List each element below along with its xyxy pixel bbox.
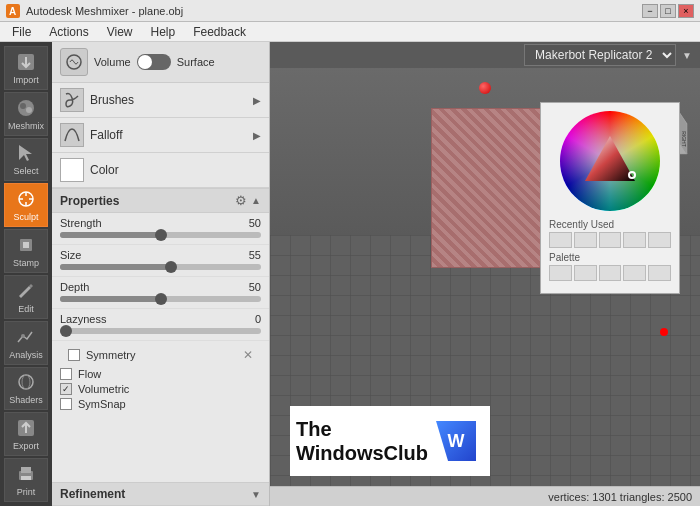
symsnap-label: SymSnap [78, 398, 126, 410]
refinement-header[interactable]: Refinement ▼ [52, 482, 269, 506]
strength-thumb[interactable] [155, 229, 167, 241]
tool-meshmix[interactable]: Meshmix [4, 92, 48, 136]
falloff-row[interactable]: Falloff ▶ [52, 118, 269, 153]
window-controls[interactable]: − □ × [642, 4, 694, 18]
menu-view[interactable]: View [99, 23, 141, 41]
volumetric-label: Volumetric [78, 383, 129, 395]
symsnap-row: SymSnap [60, 398, 261, 410]
color-swatch[interactable] [60, 158, 84, 182]
svg-point-5 [20, 103, 26, 109]
watermark-logo: W [436, 421, 476, 461]
tool-analysis-label: Analysis [9, 350, 43, 360]
recently-used-swatches [549, 232, 671, 248]
symmetry-checkbox[interactable] [68, 349, 80, 361]
tool-sculpt[interactable]: Sculpt [4, 183, 48, 227]
tool-import[interactable]: Import [4, 46, 48, 90]
tool-print-label: Print [17, 487, 36, 497]
svg-rect-21 [21, 476, 31, 480]
tool-select[interactable]: Select [4, 138, 48, 182]
depth-track[interactable] [60, 296, 261, 302]
menu-file[interactable]: File [4, 23, 39, 41]
status-text: vertices: 1301 triangles: 2500 [548, 491, 692, 503]
surface-label: Surface [177, 56, 215, 68]
menu-feedback[interactable]: Feedback [185, 23, 254, 41]
depth-thumb[interactable] [155, 293, 167, 305]
refinement-title: Refinement [60, 487, 247, 501]
main-layout: Import Meshmix Select Sculpt [0, 42, 700, 506]
symmetry-close-icon[interactable]: ✕ [243, 348, 253, 362]
volume-surface-toggle[interactable] [137, 54, 171, 70]
volume-label: Volume [94, 56, 131, 68]
chevron-up-icon[interactable]: ▲ [251, 195, 261, 206]
tool-meshmix-label: Meshmix [8, 121, 44, 131]
gear-icon[interactable]: ⚙ [235, 193, 247, 208]
palette-swatches [549, 265, 671, 281]
volume-icon [60, 48, 88, 76]
tool-export[interactable]: Export [4, 412, 48, 456]
falloff-icon [60, 123, 84, 147]
minimize-button[interactable]: − [642, 4, 658, 18]
window-title: Autodesk Meshmixer - plane.obj [26, 5, 183, 17]
flow-checkbox[interactable] [60, 368, 72, 380]
svg-point-6 [26, 107, 32, 113]
properties-header: Properties ⚙ ▲ [52, 188, 269, 213]
dropdown-icon: ▼ [682, 50, 692, 61]
brushes-row[interactable]: Brushes ▶ [52, 83, 269, 118]
size-thumb[interactable] [165, 261, 177, 273]
swatch-cell[interactable] [574, 232, 597, 248]
depth-slider-row: Depth 50 [52, 277, 269, 309]
size-track[interactable] [60, 264, 261, 270]
swatch-cell[interactable] [599, 232, 622, 248]
palette-swatch[interactable] [549, 265, 572, 281]
flow-row: Flow [60, 368, 261, 380]
watermark-text: The WindowsClub [296, 417, 428, 465]
machine-select[interactable]: Makerbot Replicator 2 [524, 44, 676, 66]
color-wheel-container [560, 111, 660, 211]
palette-label: Palette [549, 252, 671, 263]
tool-print[interactable]: Print [4, 458, 48, 502]
symsnap-checkbox[interactable] [60, 398, 72, 410]
strength-fill [60, 232, 161, 238]
tool-import-label: Import [13, 75, 39, 85]
size-slider-row: Size 55 [52, 245, 269, 277]
title-bar: A Autodesk Meshmixer - plane.obj − □ × [0, 0, 700, 22]
tool-sculpt-label: Sculpt [13, 212, 38, 222]
swatch-cell[interactable] [549, 232, 572, 248]
watermark-overlay: The WindowsClub W [290, 406, 490, 476]
tool-stamp[interactable]: Stamp [4, 229, 48, 273]
swatch-cell[interactable] [623, 232, 646, 248]
menu-actions[interactable]: Actions [41, 23, 96, 41]
tool-shaders-label: Shaders [9, 395, 43, 405]
svg-text:A: A [9, 6, 16, 17]
swatch-cell[interactable] [648, 232, 671, 248]
lazyness-thumb[interactable] [60, 325, 72, 337]
close-button[interactable]: × [678, 4, 694, 18]
palette-swatch[interactable] [648, 265, 671, 281]
watermark-line2: WindowsClub [296, 441, 428, 465]
strength-value: 50 [249, 217, 261, 229]
tool-edit[interactable]: Edit [4, 275, 48, 319]
refinement-chevron-icon[interactable]: ▼ [251, 489, 261, 500]
viewport-top-bar: Makerbot Replicator 2 ▼ [270, 42, 700, 68]
color-wheel[interactable] [560, 111, 660, 211]
color-label: Color [90, 163, 119, 177]
tool-analysis[interactable]: Analysis [4, 321, 48, 365]
maximize-button[interactable]: □ [660, 4, 676, 18]
tool-shaders[interactable]: Shaders [4, 367, 48, 411]
tool-export-label: Export [13, 441, 39, 451]
lazyness-track[interactable] [60, 328, 261, 334]
menu-help[interactable]: Help [143, 23, 184, 41]
color-crosshair[interactable] [628, 171, 636, 179]
volume-surface-row: Volume Surface [52, 42, 269, 83]
volumetric-checkbox[interactable]: ✓ [60, 383, 72, 395]
palette-swatch[interactable] [574, 265, 597, 281]
viewport[interactable]: Makerbot Replicator 2 ▼ [270, 42, 700, 506]
palette-swatch[interactable] [599, 265, 622, 281]
tool-select-label: Select [13, 166, 38, 176]
color-row[interactable]: Color [52, 153, 269, 188]
palette-swatch[interactable] [623, 265, 646, 281]
strength-track[interactable] [60, 232, 261, 238]
falloff-label: Falloff [90, 128, 247, 142]
lazyness-value: 0 [255, 313, 261, 325]
sphere-light-dot [479, 82, 491, 94]
